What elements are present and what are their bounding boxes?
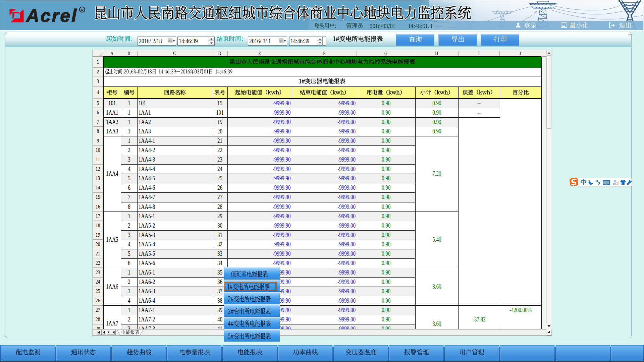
svg-text:R: R (81, 8, 84, 12)
svg-text:Acrel: Acrel (25, 6, 77, 24)
svg-text:2: 2 (616, 182, 618, 185)
